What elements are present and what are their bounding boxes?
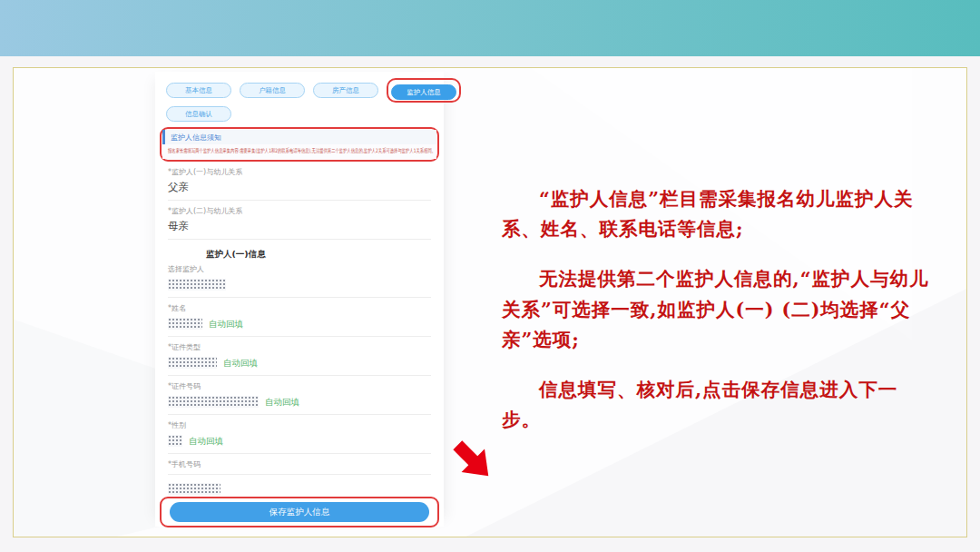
top-banner — [0, 0, 980, 56]
tab-property-info[interactable]: 房产信息 — [313, 83, 378, 98]
field-id-type: *证件类型 自动回填 — [168, 343, 431, 376]
field-name: *姓名 自动回填 — [168, 304, 431, 337]
form-tabs-row2: 信息确认 — [155, 103, 444, 122]
redacted-value — [168, 318, 202, 330]
annotation-text: “监护人信息”栏目需采集报名幼儿监护人关系、姓名、联系电话等信息; 无法提供第二… — [502, 184, 936, 455]
registration-form: 基本信息 户籍信息 房产信息 监护人信息 信息确认 监护人信息须知 报名家长需填… — [155, 72, 444, 527]
field-label: *监护人(二)与幼儿关系 — [168, 207, 431, 216]
autofill-tag: 自动回填 — [223, 358, 258, 368]
content-area: 基本信息 户籍信息 房产信息 监护人信息 信息确认 监护人信息须知 报名家长需填… — [13, 67, 967, 537]
tab-household-info[interactable]: 户籍信息 — [240, 83, 305, 98]
guardian-notice: 监护人信息须知 报名家长需填写两个监护人信息采集内容:需要采集(监护人1和2的联… — [162, 130, 436, 159]
field-label: *姓名 — [168, 304, 431, 313]
guardian1-section-title: 监护人(一)信息 — [206, 249, 431, 259]
field-label: *手机号码 — [168, 460, 431, 469]
redacted-value — [168, 435, 182, 447]
field-value: 母亲 — [168, 220, 189, 232]
field-label: *证件号码 — [168, 382, 431, 391]
redacted-value — [168, 483, 220, 495]
form-fields: *监护人(一)与幼儿关系 父亲 *监护人(二)与幼儿关系 母亲 监护人(一)信息… — [155, 162, 444, 497]
redacted-value — [168, 357, 217, 369]
field-label: *监护人(一)与幼儿关系 — [168, 168, 431, 177]
red-arrow-icon — [447, 437, 500, 486]
notice-body: 报名家长需填写两个监护人信息采集内容:需要采集(监护人1和2的联系电话等信息),… — [162, 144, 436, 159]
tab-basic-info[interactable]: 基本信息 — [166, 83, 231, 98]
guardian1-relation-select[interactable]: 父亲 — [168, 177, 431, 201]
field-value: 父亲 — [168, 181, 189, 193]
notice-body-text: 报名家长需填写两个监护人信息采集内容:需要采集(监护人1和2的联系电话等信息),… — [168, 147, 436, 155]
form-tabs-row1: 基本信息 户籍信息 房产信息 监护人信息 — [155, 72, 444, 103]
id-type-input[interactable]: 自动回填 — [168, 352, 431, 376]
field-phone: *手机号码 — [168, 460, 431, 497]
autofill-tag: 自动回填 — [265, 397, 299, 407]
tab-confirm-info[interactable]: 信息确认 — [166, 106, 231, 122]
field-guardian2-relation: *监护人(二)与幼儿关系 母亲 — [168, 207, 431, 240]
id-number-input[interactable]: 自动回填 — [168, 391, 431, 415]
guardian2-relation-select[interactable]: 母亲 — [168, 216, 431, 240]
annotation-paragraph-1: “监护人信息”栏目需采集报名幼儿监护人关系、姓名、联系电话等信息; — [502, 184, 936, 244]
name-input[interactable]: 自动回填 — [168, 313, 431, 337]
save-guardian-button[interactable]: 保存监护人信息 — [170, 502, 429, 522]
gender-input[interactable]: 自动回填 — [168, 430, 431, 454]
save-button-highlight-box: 保存监护人信息 — [160, 497, 439, 527]
field-gender: *性别 自动回填 — [168, 421, 431, 454]
field-guardian1-relation: *监护人(一)与幼儿关系 父亲 — [168, 168, 431, 201]
field-underline — [168, 469, 431, 475]
notice-highlight-box: 监护人信息须知 报名家长需填写两个监护人信息采集内容:需要采集(监护人1和2的联… — [160, 127, 439, 162]
select-guardian-input[interactable] — [168, 274, 431, 298]
field-label: *证件类型 — [168, 343, 431, 352]
redacted-value — [168, 279, 226, 291]
annotation-paragraph-3: 信息填写、核对后,点击保存信息进入下一步。 — [502, 375, 936, 435]
field-select-guardian: 选择监护人 — [168, 265, 431, 298]
annotation-paragraph-2: 无法提供第二个监护人信息的,“监护人与幼儿关系”可选择一致,如监护人(一) (二… — [502, 264, 936, 355]
notice-title: 监护人信息须知 — [162, 130, 436, 144]
guardian-tab-highlight-box: 监护人信息 — [387, 78, 461, 103]
autofill-tag: 自动回填 — [209, 319, 243, 329]
redacted-value — [168, 396, 259, 408]
field-id-number: *证件号码 自动回填 — [168, 382, 431, 415]
field-label: 选择监护人 — [168, 265, 431, 274]
tutorial-slide: 基本信息 户籍信息 房产信息 监护人信息 信息确认 监护人信息须知 报名家长需填… — [0, 0, 980, 552]
autofill-tag: 自动回填 — [189, 436, 223, 446]
tab-guardian-info[interactable]: 监护人信息 — [391, 84, 456, 100]
field-label: *性别 — [168, 421, 431, 430]
